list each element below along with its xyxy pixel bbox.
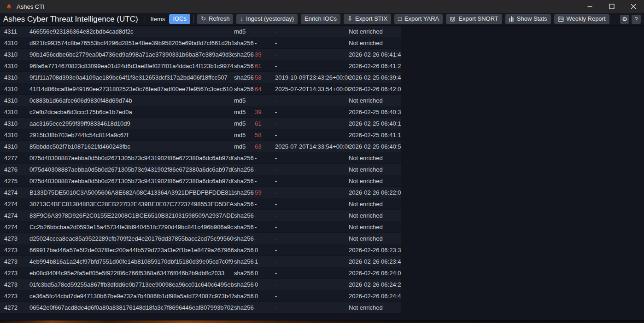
table-row[interactable]: 43109f1f11a708d393e0a4109ae189bc64f1f3e3… xyxy=(0,72,401,83)
cell-item-id: 4277 xyxy=(0,155,29,162)
table-row[interactable]: 427483F9C6A3978D926F2C0155E22008C1BCE651… xyxy=(0,210,401,221)
calendar-icon xyxy=(558,16,564,22)
table-row[interactable]: 42750f75d40308887aebba0d5b0d2671305b73c9… xyxy=(0,175,401,187)
table-row[interactable]: 4273ce36a5fc44cbd7de947130b67be9e732a7b4… xyxy=(0,290,401,302)
cell-ioc-type: sha256 xyxy=(234,74,255,81)
cell-item-id: 4310 xyxy=(0,132,29,138)
cell-score: 0 xyxy=(255,270,275,277)
export-yara-button[interactable]: □Export YARA xyxy=(394,14,443,24)
export-yara-icon: □ xyxy=(398,15,402,23)
app-window: Ashes CTI Ashes Cyber Threat Intelligenc… xyxy=(0,0,644,323)
help-button[interactable]: ? xyxy=(632,15,641,24)
cell-score: 0 xyxy=(255,293,275,300)
table-row[interactable]: 427301fc3bd5a78cd59255a867ffb3dfdd6e0b77… xyxy=(0,279,401,290)
cell-first-seen: - xyxy=(275,63,349,69)
refresh-button-label: Refresh xyxy=(209,15,230,23)
cell-enriched-at: Not enriched xyxy=(349,166,401,173)
page-title: Ashes Cyber Threat Intelligence (UTC) xyxy=(3,15,138,24)
cell-first-seen: - xyxy=(275,97,349,104)
cell-ioc-value: 41f14d86bcaf8e949160ee2731802523e0c76fea… xyxy=(29,86,234,92)
table-row[interactable]: 4274Cc2b26bbcbaa2d0593e15a45734fe3fd9404… xyxy=(0,221,401,233)
cell-ioc-value: 90b1456cdbe6bc2779ea0b4736ed9a998a71ae37… xyxy=(29,51,234,58)
cell-item-id: 4273 xyxy=(0,281,29,288)
cell-score: - xyxy=(255,235,275,242)
cell-ioc-value: 96fa6a7714670823c83099ea01d24d6d3ae8fef0… xyxy=(29,63,234,69)
cell-ioc-type: sha256 xyxy=(234,178,255,185)
cell-score: 39 xyxy=(255,109,275,115)
items-view-button[interactable]: Items xyxy=(148,15,168,24)
enrich-iocs-button[interactable]: Enrich IOCs xyxy=(301,14,340,24)
show-stats-button-label: Show Stats xyxy=(517,15,547,23)
enrich-iocs-button-label: Enrich IOCs xyxy=(304,15,337,23)
iocs-view-button[interactable]: IOCs xyxy=(169,14,190,24)
ingest-button[interactable]: ↓Ingest (yesterday) xyxy=(236,14,298,24)
cell-first-seen: - xyxy=(275,40,349,46)
table-row[interactable]: 431041f14d86bcaf8e949160ee2731802523e0c7… xyxy=(0,83,401,95)
table-row[interactable]: 43100c883b1d66afce606d9830f48d69d74bmd5-… xyxy=(0,95,401,106)
settings-button[interactable]: ⚙ xyxy=(620,15,629,24)
weekly-report-button[interactable]: Weekly Report xyxy=(554,14,609,24)
cell-score: - xyxy=(255,304,275,311)
table-row[interactable]: 4273669917bad46a57e5f2de037f8ec200a44fb5… xyxy=(0,244,401,256)
maximize-button[interactable] xyxy=(601,0,622,13)
table-row[interactable]: 4274B133D75DE5010C3A5005606A8E682A08C413… xyxy=(0,187,401,198)
cell-first-seen: - xyxy=(275,189,349,196)
cell-item-id: 4310 xyxy=(0,120,29,127)
cell-enriched-at: Not enriched xyxy=(349,28,401,35)
cell-first-seen: - xyxy=(275,304,349,311)
table-row[interactable]: 4273eb08c840f4c95e2fa5eff05e5f922f86c766… xyxy=(0,267,401,279)
table-row[interactable]: 43102915b3f8b703eb744fc54c81f4a9c67fmd55… xyxy=(0,129,401,141)
cell-enriched-at: Not enriched xyxy=(349,97,401,104)
cell-ioc-value: 4eb994b816a1a24cf97bfd7551d00fe14b810859… xyxy=(29,258,234,265)
table-row[interactable]: 431085bbddc502f7b10871621fd460243fbcmd56… xyxy=(0,141,401,152)
toolbar-divider xyxy=(145,15,145,23)
cell-ioc-type: sha256 xyxy=(234,40,255,46)
cell-ioc-value: 2915b3f8b703eb744fc54c81f4a9c67f xyxy=(29,132,234,138)
cell-score: 0 xyxy=(255,247,275,254)
cell-enriched-at: Not enriched xyxy=(349,224,401,231)
cell-ioc-type: md5 xyxy=(234,97,255,104)
export-stix-button[interactable]: ⇩Export STIX xyxy=(344,14,391,24)
table-row[interactable]: 427206542e0f667acd8de4d6f0a80a838176148d… xyxy=(0,302,401,313)
cell-enriched-at: 2026-02-26 06:41:41 xyxy=(349,51,401,58)
table-row[interactable]: 42760f75d40308887aebba0d5b0d2671305b73c9… xyxy=(0,164,401,175)
cell-ioc-value: 0f75d40308887aebba0d5b0d2671305b73c94319… xyxy=(29,166,234,173)
cell-item-id: 4273 xyxy=(0,258,29,265)
ioc-table[interactable]: 4311466556e923186364e82cbdb4cad8df2cmd5-… xyxy=(0,26,401,313)
table-row[interactable]: 4311466556e923186364e82cbdb4cad8df2cmd5-… xyxy=(0,26,401,37)
cell-enriched-at: 2026-02-26 06:42:01 xyxy=(349,86,401,92)
cell-item-id: 4274 xyxy=(0,224,29,231)
weekly-report-button-label: Weekly Report xyxy=(567,15,606,23)
table-row[interactable]: 4310c2efb2dcacba6d3ccc175b6ce1b7ed0amd53… xyxy=(0,106,401,118)
cell-first-seen: - xyxy=(275,270,349,277)
cell-score: - xyxy=(255,212,275,219)
table-row[interactable]: 427430713C4BFC813848B3EC28EB227D2E439BE0… xyxy=(0,198,401,210)
cell-first-seen: 2019-10-09T23:43:26+00:00 xyxy=(275,74,349,81)
minimize-button[interactable] xyxy=(579,0,601,13)
table-row[interactable]: 42770f75d40308887aebba0d5b0d2671305b73c9… xyxy=(0,152,401,164)
cell-first-seen: - xyxy=(275,293,349,300)
export-yara-button-label: Export YARA xyxy=(404,15,439,23)
cell-item-id: 4272 xyxy=(0,304,29,311)
cell-first-seen: - xyxy=(275,155,349,162)
cell-ioc-type: md5 xyxy=(234,143,255,150)
show-stats-button[interactable]: Show Stats xyxy=(505,14,551,24)
table-row[interactable]: 4310d921fc993574c8be76553bcf4296d2851e48… xyxy=(0,37,401,49)
cell-ioc-type: sha256 xyxy=(234,235,255,242)
close-button[interactable] xyxy=(622,0,644,13)
table-row[interactable]: 4310aac3165ece2959f39ff98334618d10d9md56… xyxy=(0,118,401,129)
table-row[interactable]: 4273d25024ccea8eac85a9522289cfb709f2ed4e… xyxy=(0,233,401,244)
refresh-button[interactable]: ↻Refresh xyxy=(197,14,233,24)
cell-first-seen: - xyxy=(275,166,349,173)
cell-score: 59 xyxy=(255,189,275,196)
cell-first-seen: - xyxy=(275,224,349,231)
table-row[interactable]: 431090b1456cdbe6bc2779ea0b4736ed9a998a71… xyxy=(0,49,401,60)
cell-first-seen: - xyxy=(275,132,349,138)
cell-item-id: 4275 xyxy=(0,178,29,185)
window-controls xyxy=(579,0,644,13)
table-row[interactable]: 42734eb994b816a1a24cf97bfd7551d00fe14b81… xyxy=(0,256,401,267)
table-row[interactable]: 431096fa6a7714670823c83099ea01d24d6d3ae8… xyxy=(0,60,401,72)
cell-ioc-type: sha256 xyxy=(234,166,255,173)
cell-item-id: 4310 xyxy=(0,143,29,150)
export-snort-button[interactable]: Export SNORT xyxy=(446,14,502,24)
